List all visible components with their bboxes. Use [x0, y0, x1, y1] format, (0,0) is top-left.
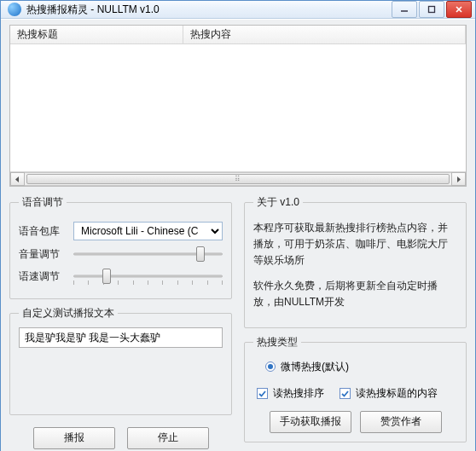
hot-type-legend: 热搜类型 [253, 335, 301, 350]
app-window: 热搜播报精灵 - NULLTM v1.0 热搜标题 热搜内容 [0, 0, 476, 451]
right-button-row: 手动获取播报 赞赏作者 [253, 411, 457, 433]
checkbox-icon [257, 388, 268, 399]
svg-marker-5 [457, 176, 461, 182]
minimize-button[interactable] [392, 1, 417, 18]
radio-icon [265, 361, 276, 372]
voice-pack-select[interactable]: Microsoft Lili - Chinese (C [73, 222, 223, 240]
custom-text-input[interactable] [19, 327, 223, 348]
horizontal-scrollbar[interactable]: ⠿ [10, 171, 466, 186]
close-icon [455, 5, 463, 14]
window-title: 热搜播报精灵 - NULLTM v1.0 [26, 3, 392, 17]
listview-body[interactable] [10, 44, 466, 171]
custom-text-group: 自定义测试播报文本 [9, 306, 232, 415]
window-buttons [392, 1, 472, 18]
maximize-icon [427, 5, 436, 14]
close-button[interactable] [446, 1, 472, 18]
rate-row: 语速调节 [19, 268, 223, 285]
slider-ticks [73, 280, 223, 286]
svg-rect-1 [429, 7, 435, 13]
voice-pack-label: 语音包库 [19, 224, 67, 239]
scroll-thumb[interactable]: ⠿ [26, 174, 450, 184]
about-paragraph-1: 本程序可获取最新热搜排行榜热点内容，并播放，可用于奶茶店、咖啡厅、电影院大厅等娱… [253, 220, 457, 269]
voice-settings-group: 语音调节 语音包库 Microsoft Lili - Chinese (C 音量… [9, 195, 232, 299]
volume-row: 音量调节 [19, 246, 223, 263]
check-read-title-content-label: 读热搜标题的内容 [356, 386, 438, 401]
lower-columns: 语音调节 语音包库 Microsoft Lili - Chinese (C 音量… [9, 195, 467, 449]
about-paragraph-2: 软件永久免费，后期将更新全自动定时播放，由NULLTM开发 [253, 278, 457, 310]
hot-listview[interactable]: 热搜标题 热搜内容 ⠿ [9, 25, 467, 187]
scroll-track[interactable]: ⠿ [25, 172, 451, 186]
scroll-left-button[interactable] [10, 172, 25, 186]
praise-author-button[interactable]: 赞赏作者 [360, 411, 442, 433]
rate-slider[interactable] [73, 268, 223, 285]
right-column: 关于 v1.0 本程序可获取最新热搜排行榜热点内容，并播放，可用于奶茶店、咖啡厅… [244, 195, 467, 449]
maximize-button[interactable] [419, 1, 444, 18]
rate-knob[interactable] [102, 269, 111, 284]
check-read-title-content[interactable]: 读热搜标题的内容 [340, 386, 438, 401]
app-icon [8, 3, 21, 16]
volume-label: 音量调节 [19, 247, 67, 262]
volume-knob[interactable] [196, 246, 205, 262]
chevron-right-icon [456, 176, 461, 182]
left-column: 语音调节 语音包库 Microsoft Lili - Chinese (C 音量… [9, 195, 232, 449]
column-header-content[interactable]: 热搜内容 [183, 26, 466, 43]
listview-header: 热搜标题 热搜内容 [10, 26, 466, 44]
chevron-left-icon [15, 176, 20, 182]
slider-rail [73, 275, 223, 278]
check-read-rank-label: 读热搜排序 [273, 386, 324, 401]
stop-button[interactable]: 停止 [127, 427, 209, 449]
about-group: 关于 v1.0 本程序可获取最新热搜排行榜热点内容，并播放，可用于奶茶店、咖啡厅… [244, 195, 467, 328]
minimize-icon [400, 5, 409, 14]
about-legend: 关于 v1.0 [253, 195, 303, 210]
voice-settings-legend: 语音调节 [19, 195, 67, 210]
weibo-radio[interactable]: 微博热搜(默认) [265, 360, 457, 374]
voice-pack-row: 语音包库 Microsoft Lili - Chinese (C [19, 222, 223, 240]
volume-slider[interactable] [73, 246, 223, 263]
column-header-title[interactable]: 热搜标题 [10, 26, 183, 43]
hot-type-group: 热搜类型 微博热搜(默认) 读热搜排序 读热搜标题的内容 [244, 335, 467, 442]
checkbox-icon [340, 388, 351, 399]
client-area: 热搜标题 热搜内容 ⠿ 语音调节 [1, 19, 475, 451]
scroll-right-button[interactable] [451, 172, 466, 186]
about-text: 本程序可获取最新热搜排行榜热点内容，并播放，可用于奶茶店、咖啡厅、电影院大厅等娱… [253, 220, 457, 310]
broadcast-button[interactable]: 播报 [33, 427, 115, 449]
checkbox-row: 读热搜排序 读热搜标题的内容 [257, 383, 457, 404]
rate-label: 语速调节 [19, 269, 67, 284]
custom-text-legend: 自定义测试播报文本 [19, 306, 118, 321]
weibo-radio-label: 微博热搜(默认) [281, 360, 349, 374]
check-read-rank[interactable]: 读热搜排序 [257, 386, 324, 401]
titlebar[interactable]: 热搜播报精灵 - NULLTM v1.0 [1, 1, 475, 19]
svg-marker-4 [15, 176, 19, 182]
manual-fetch-button[interactable]: 手动获取播报 [270, 411, 351, 433]
left-button-row: 播报 停止 [9, 427, 232, 449]
